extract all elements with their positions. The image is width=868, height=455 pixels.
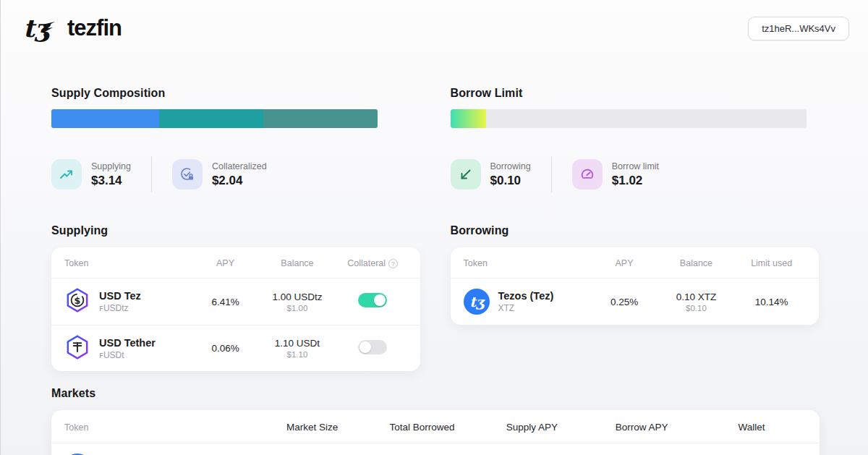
tables-row: Supplying Token APY Balance Collateral?: [51, 224, 819, 371]
brand: tʒ tezfin: [22, 13, 122, 43]
collateral-header-label: Collateral: [347, 258, 386, 268]
supply-composition-title: Supply Composition: [51, 87, 420, 100]
header-token: Token: [64, 422, 258, 433]
apy-value: 6.41%: [195, 297, 256, 307]
balance-value: 1.00 USDtz: [256, 292, 339, 302]
supplying-stat: Supplying $3.14: [51, 159, 131, 190]
supplying-title: Supplying: [51, 224, 420, 237]
stat-divider: [151, 156, 152, 192]
supplying-card: Token APY Balance Collateral?: [51, 247, 420, 371]
header-wallet: Wallet: [697, 422, 807, 433]
usdt-hexagon-icon: [64, 334, 90, 363]
borrow-limit-title: Borrow Limit: [451, 87, 820, 100]
balance-usd: $1.10: [256, 350, 339, 359]
borrow-stats: Borrowing $0.10 Borrow limit: [451, 156, 820, 192]
token-symbol: ꜰUSDtz: [99, 303, 141, 313]
markets-section: Markets Token Market Size Total Borrowed…: [51, 387, 819, 455]
token-name: USD Tez: [99, 290, 141, 302]
header-collateral: Collateral?: [339, 258, 407, 268]
token-symbol: XTZ: [498, 303, 554, 313]
collateralized-stat: Collateralized $2.04: [172, 159, 267, 190]
tezfin-dashboard: tʒ tezfin tz1heR...WKs4Vv Supply Composi…: [0, 0, 868, 455]
supplying-label: Supplying: [91, 161, 131, 171]
supply-segment-3: [263, 109, 378, 128]
arrow-down-left-icon: [451, 159, 481, 190]
borrowing-table-header: Token APY Balance Limit used: [451, 247, 820, 278]
borrowing-value: $0.10: [490, 174, 531, 188]
balance-value: 1.10 USDt: [256, 338, 339, 349]
supply-composition-section: Supply Composition: [51, 87, 420, 128]
stat-divider: [551, 156, 552, 192]
bars-row: Supply Composition Borrow Limit: [51, 87, 819, 128]
header-balance: Balance: [655, 258, 738, 268]
balance-value: 0.10 XTZ: [655, 292, 738, 302]
header-token: Token: [64, 258, 195, 268]
brand-name: tezfin: [67, 15, 122, 41]
supply-stats: Supplying $3.14 Col: [51, 156, 420, 192]
markets-table-header: Token Market Size Total Borrowed Supply …: [51, 410, 820, 443]
borrow-limit-label: Borrow limit: [612, 161, 659, 171]
token-name: USD Tether: [99, 337, 156, 349]
header-supply-apy: Supply APY: [477, 422, 587, 433]
borrowing-card: Token APY Balance Limit used tʒ: [451, 247, 820, 325]
token-name: Tezos (Tez): [498, 290, 554, 302]
supply-composition-bar: [51, 109, 378, 128]
gauge-icon: [572, 159, 603, 190]
check-lock-icon: [172, 159, 203, 190]
usdtz-hexagon-icon: $: [64, 287, 90, 316]
borrow-limit-bar: [451, 109, 807, 128]
collateralized-label: Collateralized: [212, 161, 267, 171]
header-borrow-apy: Borrow APY: [587, 422, 697, 433]
borrowing-stat: Borrowing $0.10: [451, 159, 531, 190]
borrow-limit-section: Borrow Limit: [451, 87, 820, 128]
token-symbol: ꜰUSDt: [99, 350, 156, 360]
markets-card: Token Market Size Total Borrowed Supply …: [51, 410, 820, 455]
collateral-help-icon[interactable]: ?: [388, 259, 398, 268]
table-row-usdtz[interactable]: $ USD Tez ꜰUSDtz 6.41% 1.00 USDtz $1.00: [51, 278, 420, 325]
borrow-limit-stat: Borrow limit $1.02: [572, 159, 659, 190]
borrowing-title: Borrowing: [451, 224, 820, 237]
header-total-borrowed: Total Borrowed: [367, 422, 477, 433]
borrowing-section: Borrowing Token APY Balance Limit used t…: [451, 224, 820, 371]
header-apy: APY: [593, 258, 655, 268]
table-row-usdt[interactable]: USD Tether ꜰUSDt 0.06% 1.10 USDt $1.10: [51, 325, 420, 371]
supply-segment-2: [159, 109, 263, 128]
supplying-value: $3.14: [91, 174, 131, 188]
tezfin-logo-icon: tʒ: [22, 13, 57, 43]
table-row-xtz[interactable]: tʒ Tezos (Tez) XTZ 0.25% 0.10 XTZ $0.10: [451, 278, 820, 325]
borrow-limit-value: $1.02: [612, 174, 659, 188]
apy-value: 0.06%: [195, 343, 256, 354]
svg-text:tʒ: tʒ: [469, 294, 485, 310]
header-limit-used: Limit used: [737, 258, 806, 268]
collateralized-value: $2.04: [212, 174, 267, 188]
borrowing-label: Borrowing: [490, 161, 531, 171]
stats-row: Supplying $3.14 Col: [51, 156, 819, 192]
markets-title: Markets: [51, 387, 819, 400]
balance-usd: $1.00: [256, 304, 339, 312]
wallet-address-button[interactable]: tz1heR...WKs4Vv: [748, 17, 849, 41]
header-market-size: Market Size: [258, 422, 367, 433]
apy-value: 0.25%: [593, 297, 655, 307]
svg-text:tʒ: tʒ: [23, 14, 51, 43]
tezos-coin-icon: tʒ: [464, 289, 490, 315]
collateral-toggle[interactable]: [358, 340, 387, 354]
limit-used-value: 10.14%: [737, 297, 806, 307]
market-row-xtz[interactable]: tʒ Tezos (Tez) 68.75k XTZ 104.21 XTZ 118…: [51, 443, 820, 455]
supply-segment-1: [51, 109, 159, 128]
main-content: Supply Composition Borrow Limit: [1, 87, 868, 455]
collateral-toggle[interactable]: [358, 293, 387, 307]
trending-up-icon: [51, 159, 82, 190]
supplying-table-header: Token APY Balance Collateral?: [51, 247, 420, 278]
header-balance: Balance: [256, 258, 339, 268]
balance-usd: $0.10: [655, 304, 738, 312]
top-bar: tʒ tezfin tz1heR...WKs4Vv: [1, 0, 868, 56]
supplying-section: Supplying Token APY Balance Collateral?: [51, 224, 420, 371]
header-apy: APY: [195, 258, 256, 268]
svg-text:$: $: [75, 295, 81, 306]
borrow-limit-fill: [451, 109, 487, 128]
header-token: Token: [464, 258, 594, 268]
